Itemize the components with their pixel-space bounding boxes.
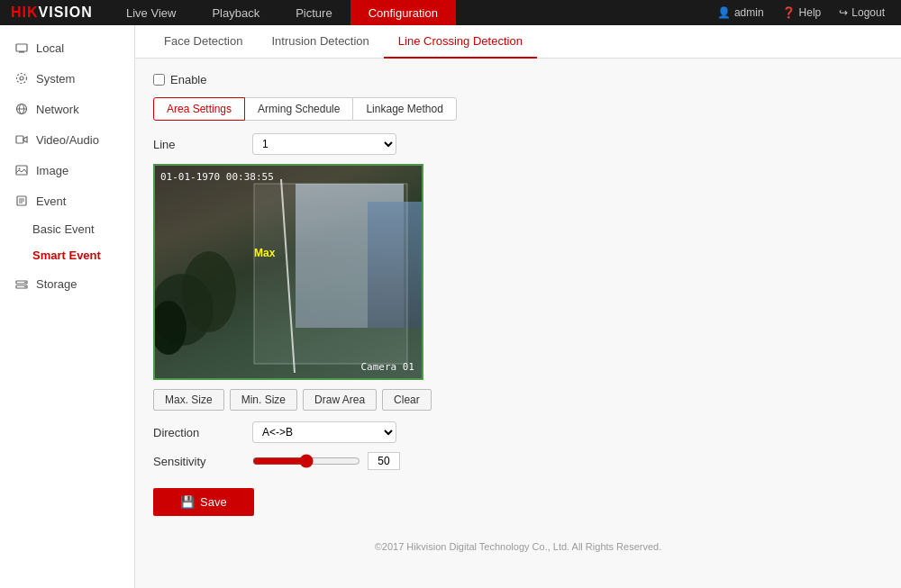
- svg-point-18: [24, 286, 26, 288]
- sidebar-item-video-audio[interactable]: Video/Audio: [0, 124, 134, 155]
- image-icon: [14, 163, 29, 177]
- sidebar-sub-item-smart-event[interactable]: Smart Event: [0, 242, 134, 268]
- svg-marker-19: [254, 184, 407, 364]
- svg-point-10: [19, 168, 21, 170]
- sidebar-item-local[interactable]: Local: [0, 32, 134, 63]
- sub-tabs: Area Settings Arming Schedule Linkage Me…: [153, 97, 883, 121]
- svg-rect-1: [19, 51, 24, 53]
- sub-tab-linkage-method[interactable]: Linkage Method: [352, 97, 456, 121]
- admin-icon: 👤: [717, 6, 731, 19]
- save-button[interactable]: 💾 Save: [153, 488, 254, 516]
- tab-line-crossing[interactable]: Line Crossing Detection: [384, 25, 537, 59]
- line-row: Line 1 2 3 4: [153, 133, 883, 155]
- draw-area-button[interactable]: Draw Area: [303, 389, 377, 411]
- logo: HIKVISION: [0, 0, 108, 25]
- admin-button[interactable]: 👤 admin: [710, 6, 771, 19]
- help-button[interactable]: ❓ Help: [775, 6, 829, 19]
- svg-point-2: [20, 77, 23, 80]
- sidebar-item-storage[interactable]: Storage: [0, 268, 134, 299]
- save-icon: 💾: [180, 495, 195, 509]
- sidebar-item-event[interactable]: Event: [0, 185, 134, 216]
- camera-label: Camera 01: [360, 361, 414, 373]
- storage-icon: [14, 276, 29, 291]
- nav-item-configuration[interactable]: Configuration: [350, 0, 456, 25]
- line-label: Line: [153, 138, 252, 151]
- slider-container: [252, 452, 400, 470]
- network-icon: [14, 102, 29, 116]
- max-size-button[interactable]: Max. Size: [153, 389, 224, 411]
- nav-item-picture[interactable]: Picture: [278, 0, 350, 25]
- layout: Local System Network Video/Audio Image: [0, 25, 901, 588]
- direction-row: Direction A<->B A->B B->A: [153, 421, 883, 443]
- line-select[interactable]: 1 2 3 4: [252, 133, 396, 155]
- camera-preview: 01-01-1970 00:38:55 Max Camera 01: [153, 164, 423, 380]
- enable-label: Enable: [170, 73, 206, 86]
- logout-button[interactable]: ↪ Logout: [832, 6, 892, 19]
- system-icon: [14, 71, 29, 86]
- min-size-button[interactable]: Min. Size: [230, 389, 297, 411]
- svg-rect-0: [16, 44, 27, 51]
- svg-rect-7: [16, 136, 23, 143]
- event-icon: [14, 194, 29, 208]
- svg-marker-8: [23, 137, 27, 142]
- buttons-row: Max. Size Min. Size Draw Area Clear: [153, 389, 883, 411]
- nav-item-live-view[interactable]: Live View: [108, 0, 194, 25]
- local-icon: [14, 41, 29, 55]
- svg-point-22: [182, 251, 236, 332]
- camera-max-label: Max: [254, 247, 275, 259]
- tab-intrusion-detection[interactable]: Intrusion Detection: [257, 25, 383, 59]
- top-nav: HIKVISION Live View Playback Picture Con…: [0, 0, 901, 25]
- logo-text: HIKVISION: [11, 5, 93, 21]
- sensitivity-label: Sensitivity: [153, 455, 252, 468]
- nav-items: Live View Playback Picture Configuration: [108, 0, 701, 25]
- svg-point-3: [17, 74, 27, 84]
- direction-select[interactable]: A<->B A->B B->A: [252, 421, 396, 443]
- sub-tab-area-settings[interactable]: Area Settings: [153, 97, 245, 121]
- sidebar-item-system[interactable]: System: [0, 63, 134, 94]
- clear-button[interactable]: Clear: [382, 389, 432, 411]
- main-tabs: Face Detection Intrusion Detection Line …: [135, 25, 901, 59]
- nav-item-playback[interactable]: Playback: [194, 0, 278, 25]
- sensitivity-slider[interactable]: [252, 454, 360, 468]
- tab-face-detection[interactable]: Face Detection: [150, 25, 257, 59]
- detection-line: [155, 166, 422, 378]
- camera-timestamp: 01-01-1970 00:38:55: [160, 171, 274, 183]
- sensitivity-value[interactable]: [368, 452, 400, 470]
- video-icon: [14, 132, 29, 147]
- help-icon: ❓: [782, 6, 796, 19]
- logout-icon: ↪: [839, 6, 848, 19]
- enable-checkbox[interactable]: [153, 74, 165, 86]
- sidebar-sub-item-basic-event[interactable]: Basic Event: [0, 216, 134, 242]
- form-content: Enable Area Settings Arming Schedule Lin…: [135, 59, 901, 574]
- sidebar-item-network[interactable]: Network: [0, 94, 134, 124]
- sidebar: Local System Network Video/Audio Image: [0, 25, 135, 588]
- nav-right: 👤 admin ❓ Help ↪ Logout: [701, 0, 901, 25]
- sensitivity-row: Sensitivity: [153, 452, 883, 470]
- footer: ©2017 Hikvision Digital Technology Co., …: [153, 534, 883, 559]
- sub-tab-arming-schedule[interactable]: Arming Schedule: [244, 97, 353, 121]
- sidebar-item-image[interactable]: Image: [0, 155, 134, 185]
- direction-label: Direction: [153, 426, 252, 439]
- svg-point-17: [24, 282, 26, 284]
- content: Face Detection Intrusion Detection Line …: [135, 25, 901, 588]
- enable-row: Enable: [153, 73, 883, 86]
